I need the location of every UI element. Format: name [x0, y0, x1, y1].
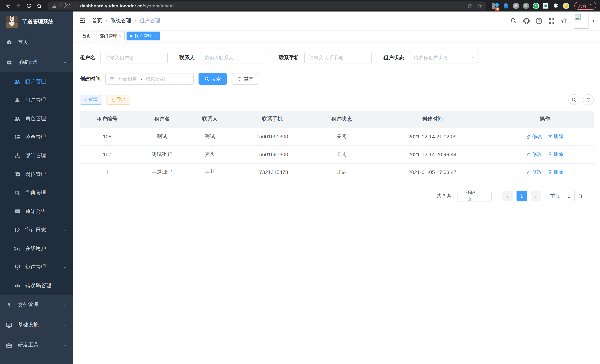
edit-link[interactable]: 修改 — [526, 133, 542, 140]
post-badge-icon — [14, 171, 20, 177]
sidebar-item-online-user[interactable]: 在线用户 — [0, 239, 73, 258]
add-button[interactable]: + 新增 — [80, 95, 102, 105]
recorder-extension-icon[interactable] — [523, 2, 529, 9]
phone-input[interactable] — [304, 52, 372, 64]
select-caret-icon — [476, 194, 488, 198]
sidebar-item-payment[interactable]: ¥ 支付管理 — [0, 295, 73, 315]
extensions-area: 10 ⌘ Y — [491, 2, 571, 9]
sidebar-item-audit-log[interactable]: 审计日志 — [0, 221, 73, 239]
tenant-name-label: 租户名 — [80, 54, 95, 61]
sidebar-item-user[interactable]: 用户管理 — [0, 91, 73, 110]
forward-icon[interactable] — [14, 2, 22, 10]
current-page-button[interactable]: 1 — [516, 191, 527, 201]
browser-menu-icon[interactable]: ⋮ — [589, 3, 593, 8]
chat-extension-icon[interactable] — [543, 2, 549, 9]
sidebar-item-menu[interactable]: 菜单管理 — [0, 128, 73, 147]
edit-link[interactable]: 修改 — [526, 169, 542, 176]
select-caret-icon — [470, 56, 474, 60]
sidebar-item-devtools[interactable]: 研发工具 — [0, 335, 73, 355]
delete-link[interactable]: 删除 — [548, 169, 563, 176]
delete-link[interactable]: 删除 — [548, 151, 563, 158]
sidebar-item-system[interactable]: 系统管理 — [0, 52, 73, 72]
update-button[interactable]: 更新 ⋮ — [574, 2, 596, 10]
pagination: 共 3 条 10条/页 ‹ 1 › 前往 页 — [80, 191, 594, 201]
home-icon[interactable] — [35, 2, 43, 10]
chevron-down-icon — [63, 265, 67, 269]
payment-icon: ¥ — [6, 302, 12, 308]
sidebar-item-role[interactable]: 角色管理 — [0, 110, 73, 128]
export-button[interactable]: 导出 — [106, 95, 130, 105]
avatar-caret-icon[interactable]: ▾ — [592, 18, 594, 23]
url-path[interactable]: /system/tenant — [143, 3, 174, 8]
reload-icon[interactable] — [25, 2, 33, 10]
sidebar-item-tenant[interactable]: 租户管理 — [0, 72, 73, 91]
user-avatar[interactable] — [574, 13, 589, 28]
security-label[interactable]: 不安全 — [59, 3, 72, 9]
tenant-name-input[interactable] — [100, 52, 168, 64]
logo-row[interactable]: 芋道管理系统 — [0, 11, 73, 32]
sidebar-item-sms[interactable]: 短信管理 — [0, 258, 73, 276]
sidebar-item-home[interactable]: 首页 — [0, 32, 73, 52]
col-phone: 联系手机 — [230, 111, 314, 128]
top-navbar: 首页 / 系统管理 / 租户管理 — [73, 11, 600, 30]
profile-avatar-icon[interactable] — [562, 2, 569, 9]
date-start-placeholder[interactable]: 开始日期 — [118, 75, 137, 82]
address-bar[interactable]: 不安全 dashboard.yudao.iocoder.cn /system/t… — [47, 1, 487, 10]
status-select[interactable]: 请选择租户状态 — [409, 52, 478, 64]
github-icon[interactable] — [523, 17, 530, 25]
refresh-table-button[interactable] — [583, 94, 594, 105]
system-submenu: 租户管理 用户管理 角色管理 — [0, 72, 73, 295]
sidebar-item-post[interactable]: 岗位管理 — [0, 165, 73, 184]
balloon-extension-icon[interactable] — [502, 2, 509, 9]
command-extension-icon[interactable]: ⌘ — [512, 2, 519, 9]
next-page-button[interactable]: › — [531, 191, 541, 201]
reset-button[interactable]: 重置 — [232, 73, 259, 84]
sidebar-item-dept[interactable]: 部门管理 — [0, 147, 73, 165]
sidebar-item-dict[interactable]: 字典管理 — [0, 184, 73, 202]
help-icon[interactable] — [535, 17, 543, 25]
tag-tenant-active[interactable]: 租户管理 × — [127, 32, 160, 40]
active-tab-dot — [130, 35, 133, 37]
created-time-filter: 创建时间 开始日期 - 结束日期 — [80, 73, 194, 84]
sidebar-item-notice[interactable]: 通知公告 — [0, 202, 73, 221]
status-filter: 租户状态 请选择租户状态 — [383, 52, 478, 64]
filter-row-2: 创建时间 开始日期 - 结束日期 搜索 — [80, 73, 594, 84]
sidebar-menu: 首页 系统管理 租户管理 — [0, 32, 73, 355]
close-icon[interactable]: × — [154, 34, 157, 38]
bookmark-star-icon[interactable]: ☆ — [477, 3, 482, 9]
omnibox-divider — [76, 3, 76, 8]
close-icon[interactable]: × — [119, 34, 122, 38]
tag-home[interactable]: 首页 — [79, 32, 94, 40]
header-search-icon[interactable] — [510, 17, 517, 25]
edit-link[interactable]: 修改 — [526, 151, 542, 158]
breadcrumb-system[interactable]: 系统管理 — [111, 18, 131, 24]
search-button[interactable]: 搜索 — [198, 73, 227, 84]
extension-squares-icon[interactable]: 10 — [492, 2, 499, 9]
table-toolbar: + 新增 导出 — [80, 94, 594, 105]
plus-icon: + — [84, 97, 87, 103]
page-size-select[interactable]: 10条/页 — [458, 191, 492, 201]
show-search-button[interactable] — [568, 94, 579, 105]
font-size-icon[interactable] — [561, 17, 568, 25]
goto-page-input[interactable] — [563, 191, 575, 201]
url-host[interactable]: dashboard.yudao.iocoder.cn — [80, 3, 143, 8]
tag-dept[interactable]: 部门管理 × — [96, 32, 125, 40]
date-range-picker[interactable]: 开始日期 - 结束日期 — [105, 73, 194, 84]
prev-page-button[interactable]: ‹ — [502, 191, 513, 201]
date-end-placeholder[interactable]: 结束日期 — [146, 75, 165, 82]
sidebar-item-infra[interactable]: 基础设施 — [0, 315, 73, 335]
fullscreen-icon[interactable] — [548, 17, 555, 25]
contact-input[interactable] — [200, 52, 267, 64]
back-icon[interactable] — [4, 2, 12, 10]
share-icon[interactable] — [468, 3, 473, 8]
status-value: 关闭 — [314, 145, 369, 163]
sidebar-fold-icon[interactable] — [79, 17, 86, 25]
sidebar-item-error-code[interactable]: </> 错误码管理 — [0, 276, 73, 295]
green-y-extension-icon[interactable]: Y — [533, 2, 539, 9]
puzzle-extensions-icon[interactable] — [553, 2, 559, 9]
delete-link[interactable]: 删除 — [548, 133, 563, 140]
navbar-actions: ▾ — [505, 13, 594, 28]
breadcrumb-home[interactable]: 首页 — [92, 18, 103, 24]
chevron-down-icon — [63, 228, 67, 232]
col-tenant-name: 租户名 — [134, 111, 189, 128]
